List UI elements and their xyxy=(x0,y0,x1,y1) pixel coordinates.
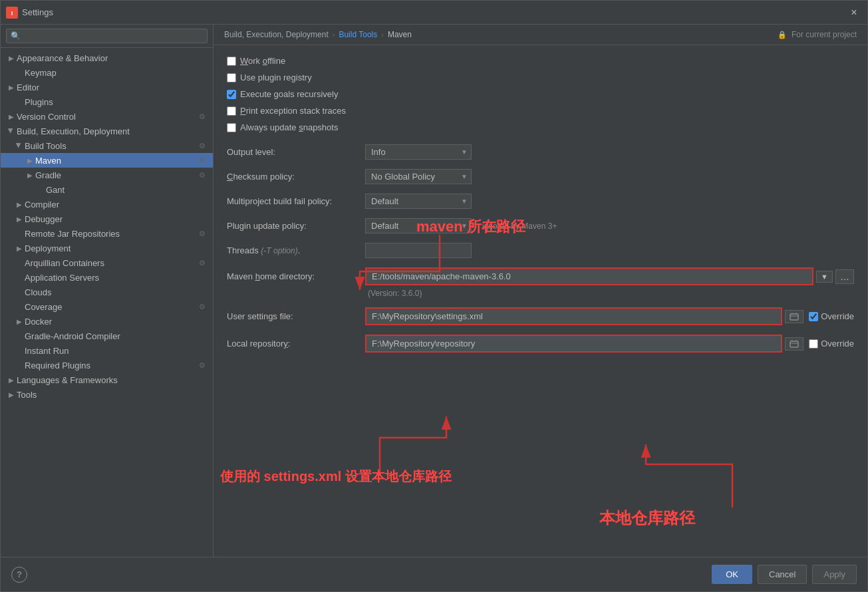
user-settings-browse-btn[interactable] xyxy=(785,310,803,323)
work-offline-checkbox[interactable] xyxy=(227,57,236,66)
maven-home-label: Maven home directory: xyxy=(227,271,360,281)
sidebar-label-gradle: Gradle xyxy=(35,170,197,180)
sidebar-item-languages[interactable]: ▶ Languages & Frameworks xyxy=(1,372,213,387)
close-button[interactable]: × xyxy=(846,5,862,21)
sidebar-label-gant: Gant xyxy=(46,185,208,195)
user-settings-label: User settings file: xyxy=(227,311,360,321)
sidebar-item-clouds[interactable]: ▶ Clouds xyxy=(1,285,213,299)
output-level-row: Output level: Debug Info Warning Error ▼ xyxy=(227,144,854,160)
plugin-update-note: ignored by Maven 3+ xyxy=(482,222,557,231)
checksum-policy-select[interactable]: No Global Policy Strict Lax xyxy=(365,169,472,184)
sidebar-label-version-control: Version Control xyxy=(17,112,197,122)
breadcrumb-maven: Maven xyxy=(388,30,412,39)
local-repo-input[interactable] xyxy=(365,335,782,353)
sidebar-label-instant-run: Instant Run xyxy=(25,346,208,356)
sidebar-item-app-servers[interactable]: ▶ Application Servers xyxy=(1,270,213,285)
maven-home-browse-btn[interactable]: … xyxy=(835,269,854,284)
execute-goals-checkbox[interactable] xyxy=(227,90,236,99)
sidebar-item-build-tools[interactable]: ▶ Build Tools ⚙ xyxy=(1,138,213,153)
print-exception-checkbox[interactable] xyxy=(227,106,236,116)
user-settings-row: User settings file: Override xyxy=(227,307,854,325)
threads-input[interactable] xyxy=(365,243,472,258)
sidebar-item-editor[interactable]: ▶ Editor xyxy=(1,80,213,94)
help-button[interactable]: ? xyxy=(11,567,27,583)
use-plugin-registry-checkbox[interactable] xyxy=(227,73,236,82)
expand-arrow-appearance: ▶ xyxy=(6,53,17,63)
sidebar: ▶ Appearance & Behavior ▶ Keymap ▶ Edito… xyxy=(1,25,214,557)
sidebar-label-compiler: Compiler xyxy=(25,200,208,210)
expand-arrow-compiler: ▶ xyxy=(14,199,25,210)
sidebar-item-plugins[interactable]: ▶ Plugins xyxy=(1,94,213,109)
apply-button[interactable]: Apply xyxy=(812,565,857,584)
sidebar-label-clouds: Clouds xyxy=(25,287,208,297)
sidebar-item-remote-jar[interactable]: ▶ Remote Jar Repositories ⚙ xyxy=(1,226,213,241)
sidebar-item-maven[interactable]: ▶ Maven ⚙ xyxy=(1,153,213,168)
sidebar-item-keymap[interactable]: ▶ Keymap xyxy=(1,65,213,80)
svg-rect-3 xyxy=(790,341,798,347)
sidebar-item-appearance[interactable]: ▶ Appearance & Behavior xyxy=(1,51,213,65)
sidebar-item-coverage[interactable]: ▶ Coverage ⚙ xyxy=(1,299,213,314)
maven-home-input[interactable] xyxy=(365,267,813,285)
bottom-right: OK Cancel Apply xyxy=(712,565,857,584)
user-settings-input[interactable] xyxy=(365,307,782,325)
expand-arrow-build-tools: ▶ xyxy=(14,140,25,151)
sidebar-item-compiler[interactable]: ▶ Compiler xyxy=(1,197,213,212)
sidebar-label-editor: Editor xyxy=(17,82,208,92)
always-update-label: Always update snapshots xyxy=(240,122,338,132)
sidebar-item-build-exec-deploy[interactable]: ▶ Build, Execution, Deployment xyxy=(1,124,213,138)
maven-version-text: (Version: 3.6.0) xyxy=(365,289,422,298)
maven-home-dropdown-btn[interactable]: ▼ xyxy=(816,271,833,283)
always-update-checkbox[interactable] xyxy=(227,123,236,132)
sidebar-label-deployment: Deployment xyxy=(25,243,208,253)
sidebar-item-gant[interactable]: ▶ Gant xyxy=(1,182,213,197)
breadcrumb-arrow-2: › xyxy=(381,31,384,39)
local-repo-browse-btn[interactable] xyxy=(785,337,803,351)
sidebar-label-app-servers: Application Servers xyxy=(25,273,208,283)
expand-arrow-build-exec: ▶ xyxy=(6,126,17,136)
print-exception-label: Print exception stack traces xyxy=(240,106,346,116)
sidebar-item-gradle-android[interactable]: ▶ Gradle-Android Compiler xyxy=(1,329,213,343)
svg-rect-2 xyxy=(790,314,798,320)
search-input[interactable] xyxy=(6,29,208,43)
work-offline-label: Work offline xyxy=(240,56,285,66)
search-box xyxy=(1,25,213,48)
expand-arrow-gradle: ▶ xyxy=(25,170,35,180)
config-icon-arquillian: ⚙ xyxy=(197,257,208,268)
sidebar-label-arquillian: Arquillian Containers xyxy=(25,258,197,268)
sidebar-item-instant-run[interactable]: ▶ Instant Run xyxy=(1,343,213,358)
svg-text:I: I xyxy=(11,10,13,17)
sidebar-tree: ▶ Appearance & Behavior ▶ Keymap ▶ Edito… xyxy=(1,48,213,557)
output-level-select-wrapper: Debug Info Warning Error ▼ xyxy=(365,144,472,160)
sidebar-item-tools[interactable]: ▶ Tools xyxy=(1,387,213,402)
output-level-select[interactable]: Debug Info Warning Error xyxy=(365,144,472,160)
multiproject-select[interactable]: Default Always AtEnd Never xyxy=(365,194,472,209)
user-settings-override-checkbox[interactable] xyxy=(809,312,818,321)
expand-arrow-docker: ▶ xyxy=(14,316,25,327)
print-exception-row: Print exception stack traces xyxy=(227,106,854,116)
sidebar-item-deployment[interactable]: ▶ Deployment xyxy=(1,241,213,255)
sidebar-item-docker[interactable]: ▶ Docker xyxy=(1,314,213,329)
main-content: ▶ Appearance & Behavior ▶ Keymap ▶ Edito… xyxy=(1,25,867,557)
config-icon-coverage: ⚙ xyxy=(197,301,208,312)
breadcrumb-project: 🔒 For current project xyxy=(778,30,857,39)
ok-button[interactable]: OK xyxy=(712,565,752,584)
config-icon-maven: ⚙ xyxy=(197,155,208,166)
use-plugin-registry-row: Use plugin registry xyxy=(227,73,854,82)
sidebar-item-required-plugins[interactable]: ▶ Required Plugins ⚙ xyxy=(1,358,213,372)
bottom-left: ? xyxy=(11,567,27,583)
sidebar-item-gradle[interactable]: ▶ Gradle ⚙ xyxy=(1,168,213,182)
sidebar-label-debugger: Debugger xyxy=(25,214,208,224)
sidebar-item-arquillian[interactable]: ▶ Arquillian Containers ⚙ xyxy=(1,255,213,270)
sidebar-item-debugger[interactable]: ▶ Debugger xyxy=(1,212,213,226)
plugin-update-select[interactable]: Default Always Never xyxy=(365,218,472,233)
local-repo-label: Local repository: xyxy=(227,339,360,349)
threads-row: Threads (-T option). xyxy=(227,243,854,258)
plugin-update-select-wrapper: Default Always Never ▼ xyxy=(365,218,472,233)
sidebar-item-version-control[interactable]: ▶ Version Control ⚙ xyxy=(1,109,213,124)
execute-goals-label: Execute goals recursively xyxy=(240,89,338,99)
plugin-update-row: Plugin update policy: Default Always Nev… xyxy=(227,218,854,233)
expand-arrow-maven: ▶ xyxy=(25,155,35,166)
expand-arrow-deployment: ▶ xyxy=(14,243,25,253)
local-repo-override-checkbox[interactable] xyxy=(809,339,818,349)
cancel-button[interactable]: Cancel xyxy=(758,565,807,584)
